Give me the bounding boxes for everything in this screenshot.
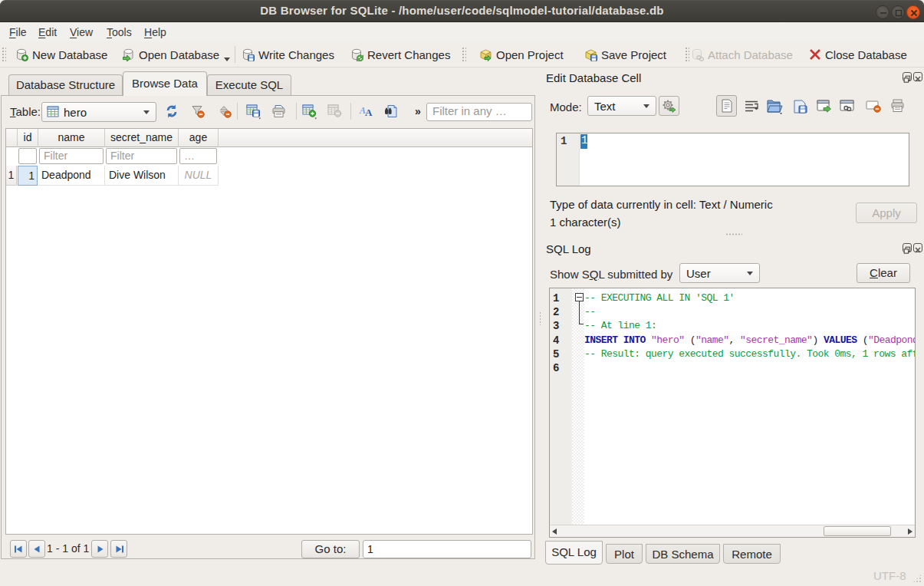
svg-text:A: A — [365, 107, 373, 118]
